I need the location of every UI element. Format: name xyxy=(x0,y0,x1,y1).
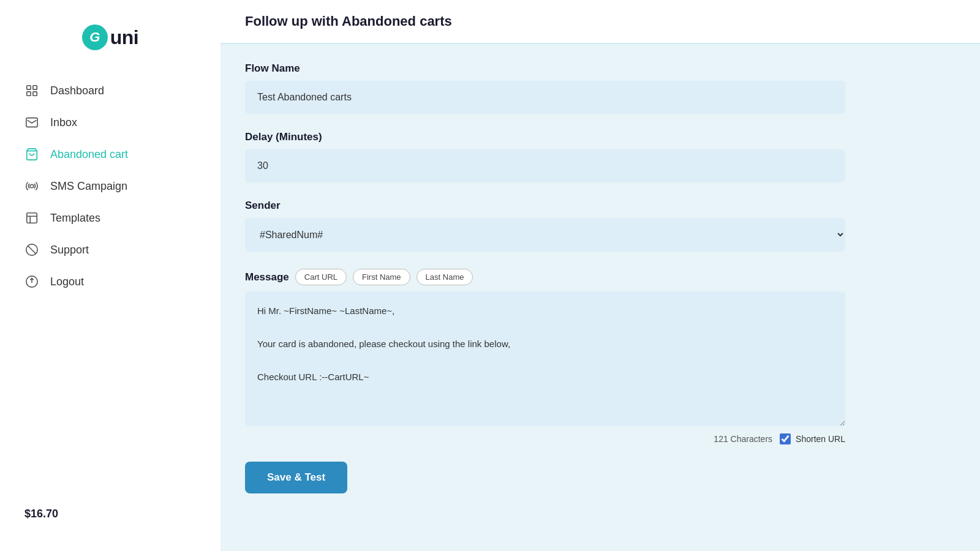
campaign-icon xyxy=(24,179,39,193)
logo-area: G uni xyxy=(0,18,221,75)
sidebar-label-inbox: Inbox xyxy=(50,116,77,129)
svg-rect-2 xyxy=(27,92,31,96)
sidebar-item-logout[interactable]: Logout xyxy=(0,266,221,298)
dashboard-icon xyxy=(24,83,39,98)
main-content: Follow up with Abandoned carts Flow Name… xyxy=(221,0,980,551)
form-area: Flow Name Delay (Minutes) Sender #Shared… xyxy=(221,44,870,512)
sidebar-item-sms-campaign[interactable]: SMS Campaign xyxy=(0,170,221,202)
support-icon xyxy=(24,242,39,257)
sidebar-label-dashboard: Dashboard xyxy=(50,84,104,97)
sidebar-label-sms-campaign: SMS Campaign xyxy=(50,180,127,193)
tag-cart-url[interactable]: Cart URL xyxy=(295,269,347,285)
sender-select[interactable]: #SharedNum# xyxy=(245,218,845,252)
sidebar: G uni Dashboard Inbox xyxy=(0,0,221,551)
sender-label: Sender xyxy=(245,200,845,212)
sidebar-label-abandoned-cart: Abandoned cart xyxy=(50,148,128,161)
svg-rect-3 xyxy=(33,92,37,96)
logo-letter: G xyxy=(89,29,100,45)
message-textarea[interactable]: Hi Mr. ~FirstName~ ~LastName~, Your card… xyxy=(245,291,845,426)
tag-last-name[interactable]: Last Name xyxy=(417,269,473,285)
save-test-button[interactable]: Save & Test xyxy=(245,462,347,493)
page-title: Follow up with Abandoned carts xyxy=(245,13,956,29)
tag-first-name[interactable]: First Name xyxy=(353,269,410,285)
sidebar-label-support: Support xyxy=(50,244,89,257)
delay-label: Delay (Minutes) xyxy=(245,131,845,143)
templates-icon xyxy=(24,211,39,225)
message-label-row: Message Cart URL First Name Last Name xyxy=(245,269,845,285)
flow-name-label: Flow Name xyxy=(245,62,845,75)
svg-line-8 xyxy=(28,246,36,254)
sender-group: Sender #SharedNum# xyxy=(245,200,845,252)
shorten-url-label: Shorten URL xyxy=(796,434,845,444)
char-count: 121 Characters xyxy=(714,434,772,444)
balance-display: $16.70 xyxy=(0,495,221,533)
shorten-url-checkbox[interactable] xyxy=(780,433,791,444)
sidebar-item-abandoned-cart[interactable]: Abandoned cart xyxy=(0,138,221,170)
sidebar-label-templates: Templates xyxy=(50,212,100,225)
svg-rect-0 xyxy=(27,86,31,89)
svg-point-5 xyxy=(30,184,34,188)
message-label: Message xyxy=(245,271,289,283)
logo-text: uni xyxy=(110,26,138,49)
delay-group: Delay (Minutes) xyxy=(245,131,845,182)
sidebar-item-support[interactable]: Support xyxy=(0,234,221,266)
logout-icon xyxy=(24,274,39,289)
sidebar-item-dashboard[interactable]: Dashboard xyxy=(0,75,221,107)
page-header: Follow up with Abandoned carts xyxy=(221,0,980,44)
cart-icon xyxy=(24,147,39,162)
logo-icon: G xyxy=(82,24,108,50)
sidebar-label-logout: Logout xyxy=(50,276,84,288)
char-count-row: 121 Characters Shorten URL xyxy=(245,433,845,444)
sidebar-item-inbox[interactable]: Inbox xyxy=(0,107,221,138)
svg-rect-1 xyxy=(33,86,37,89)
flow-name-group: Flow Name xyxy=(245,62,845,114)
sidebar-item-templates[interactable]: Templates xyxy=(0,202,221,234)
flow-name-input[interactable] xyxy=(245,81,845,114)
message-group: Message Cart URL First Name Last Name Hi… xyxy=(245,269,845,444)
delay-input[interactable] xyxy=(245,149,845,182)
inbox-icon xyxy=(24,115,39,130)
shorten-url-row: Shorten URL xyxy=(780,433,845,444)
svg-rect-6 xyxy=(27,213,37,223)
